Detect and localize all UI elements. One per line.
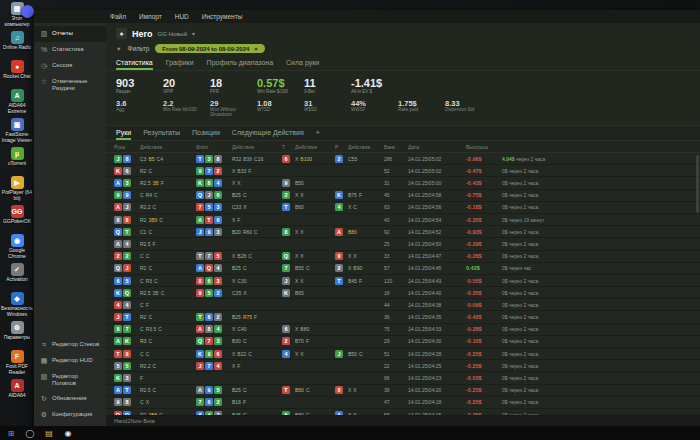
desktop-icon[interactable]: ▣FastStone Image Viewer (0, 118, 34, 147)
sidebar-item[interactable]: %Статистика (34, 42, 106, 58)
sidebar-item[interactable]: ☆Отмеченные Раздачи (34, 74, 106, 96)
desktop-icon[interactable]: ♫Online Radio (0, 31, 34, 60)
stack-bb: 36 (384, 314, 408, 320)
hand-row[interactable]: QJR2CAQ4B25C7B55C2XB905714.01.25/04:450.… (106, 263, 700, 275)
menu-item[interactable]: HUD (175, 13, 189, 20)
hand-row[interactable]: 22CCT75XB28CQXX9XX3314.01.25/04:47-0.26$… (106, 251, 700, 263)
hand-row[interactable]: 87CR3.5CA84XC406XB807514.01.25/04:33-0.2… (106, 324, 700, 336)
desktop-icon[interactable]: GGGGPokerOK (0, 205, 34, 234)
sidebar-item[interactable]: ⚙Конфигурация (34, 407, 106, 423)
sidebar-item[interactable]: ▥Отчеты (34, 26, 106, 42)
hand-row[interactable]: 44CF4414.01.25/04:38-0.09$0$ через 2 час… (106, 299, 700, 311)
hand-row[interactable]: QQR23B8C842B35C6B80CAXX5814.01.25/04:15-… (106, 409, 700, 415)
hand-row[interactable]: JTR2CT82B25R75F3614.01.25/04:35-0.42$0$ … (106, 311, 700, 323)
card: 8 (196, 277, 204, 285)
taskbar-explorer-button[interactable]: ▤ (43, 427, 55, 439)
hand-row[interactable]: K6R2C972XB33F5214.01.25/05:02-0.47$0$ че… (106, 165, 700, 177)
sidebar-item[interactable]: ◷Сессия (34, 58, 106, 74)
card: K (196, 179, 204, 187)
report-tab[interactable]: Следующие Действия (232, 129, 304, 140)
card: 2 (214, 167, 222, 175)
actions: XX (348, 412, 359, 415)
later-text: через 2 часа (508, 290, 539, 296)
action-token: X (295, 326, 298, 332)
desktop-icon[interactable]: ◉Google Chrome (0, 234, 34, 263)
sidebar-item[interactable]: ▦Редактор HUD (34, 353, 106, 369)
tab[interactable]: Статистика (116, 59, 153, 70)
desktop-icon[interactable]: ▶PotPlayer (64 bit) (0, 176, 34, 205)
hand-row[interactable]: J8C3B5C4T38R32B38C166XB1002C5528614.01.2… (106, 153, 700, 165)
hand-row[interactable]: T9CCK96XB22C4XXJB50C5114.01.25/04:28-0.2… (106, 348, 700, 360)
action-token: F (153, 241, 156, 247)
card: T (196, 155, 204, 163)
sidebar-item-label: Редактор Попапов (52, 373, 102, 387)
report-tab[interactable]: Результаты (143, 129, 180, 140)
card: J (196, 228, 204, 236)
scrollbar-thumb[interactable] (696, 155, 699, 213)
action-token: C (153, 363, 157, 369)
player-name[interactable]: Hero (132, 29, 153, 39)
hand-row[interactable]: AKR3CQ73B30C2B70F2914.01.25/04:30-0.10$0… (106, 336, 700, 348)
card: 8 (114, 325, 122, 333)
sidebar-item[interactable]: ≡Редактор Стеков (34, 337, 106, 353)
taskbar-browser-button[interactable]: ◉ (62, 427, 74, 439)
menu-item[interactable]: Файл (110, 13, 126, 20)
sidebar-bottom-group: ≡Редактор Стеков▦Редактор HUD▧Редактор П… (34, 337, 106, 426)
desktop-icon[interactable]: FFoxit PDF Reader (0, 350, 34, 379)
taskbar-start-button[interactable]: ⊞ (5, 427, 17, 439)
remove-filter-icon[interactable]: × (254, 46, 258, 52)
actions: XX (295, 192, 306, 198)
hand-row[interactable]: 88R23B9CAT6XF4014.01.25/04:54-0.35$0$ че… (106, 214, 700, 226)
hand-result: -0.42$ (466, 314, 502, 320)
discord-icon[interactable] (21, 5, 34, 18)
tab[interactable]: Сила руки (286, 59, 319, 70)
report-tab[interactable]: Позиции (192, 129, 220, 140)
desktop-icon[interactable]: AAIDA64 (0, 379, 34, 408)
action-token: R3 (140, 338, 146, 344)
report-tab[interactable]: + (316, 129, 320, 140)
desktop-icon[interactable]: ⚙Параметры (0, 321, 34, 350)
card: J (114, 313, 122, 321)
desktop-icon[interactable]: ◆Безопасность Windows (0, 292, 34, 321)
hand-result: -0.25$ (466, 351, 502, 357)
sidebar-item[interactable]: ▧Редактор Попапов (34, 369, 106, 391)
desktop-icon[interactable]: µuTorrent (0, 147, 34, 176)
hand-row[interactable]: A4R2.5F2514.01.25/04:50-0.29$0$ через 2 … (106, 238, 700, 250)
hand-result: -0.43$ (466, 180, 502, 186)
tab[interactable]: Профиль диапазона (207, 59, 273, 70)
menu-item[interactable]: Инструменты (202, 13, 243, 20)
hand-row[interactable]: 98CX762B18F4714.01.25/04:18-0.25$0$ чере… (106, 397, 700, 409)
hand-row[interactable]: KQR2.53BC952C35XKB651814.01.25/04:40-0.3… (106, 287, 700, 299)
sidebar-item[interactable]: ↻Обновления (34, 391, 106, 407)
later-result: 0$ через 2 часа (502, 314, 700, 320)
hand-row[interactable]: 65CR3C863XC30JXXTB45F12014.01.25/04:43-0… (106, 275, 700, 287)
hand-row[interactable]: A3R2.53BFK84XX9B503114.01.25/05:00-0.43$… (106, 177, 700, 189)
actions: XF (232, 217, 242, 223)
hand-date: 14.01.25/04:50 (408, 241, 466, 247)
stat-label: W$SD (304, 108, 346, 113)
desktop-icon[interactable]: AAIDA64 Extreme (0, 89, 34, 118)
stack-bb: 57 (384, 265, 408, 271)
hand-row[interactable]: ATR2.5CA95B25CTB60C8XX3814.01.25/04:20-0… (106, 385, 700, 397)
card: 6 (214, 350, 222, 358)
hand-row[interactable]: 55R2.2CJ74XF2214.01.25/04:25-0.25$0$ чер… (106, 360, 700, 372)
hand-date: 14.01.25/04:38 (408, 302, 466, 308)
tab[interactable]: Графики (166, 59, 194, 70)
card: 5 (123, 362, 131, 370)
report-tab[interactable]: Руки (116, 129, 131, 140)
hand-row[interactable]: K3F6614.01.25/04:23-0.03$0$ через 2 часа (106, 372, 700, 384)
hand-row[interactable]: AJR2.2C753C33XTB604XC6314.01.25/04:56-0.… (106, 202, 700, 214)
stack-bb: 25 (384, 241, 408, 247)
hand-row[interactable]: 99CR4CQJ6B25C2XXKB75F4514.01.25/04:58-0.… (106, 190, 700, 202)
desktop-icon[interactable]: ●Rocket.Chat (0, 60, 34, 89)
hand-row[interactable]: QTC1CJ93B20R60C8XXAB809214.01.25/04:52-0… (106, 226, 700, 238)
taskbar-search-button[interactable]: ◯ (24, 427, 36, 439)
hand-date: 14.01.25/04:43 (408, 278, 466, 284)
card: 7 (205, 337, 213, 345)
desktop-icon[interactable]: ✓Activation (0, 263, 34, 292)
menu-item[interactable]: Импорт (139, 13, 162, 20)
filter-label[interactable]: Фильтр (127, 45, 149, 52)
hand-date: 14.01.25/04:45 (408, 265, 466, 271)
date-range-filter[interactable]: From 08-09-2024 to 08-09-2024 × (155, 44, 265, 53)
chevron-down-icon[interactable]: ▾ (192, 30, 195, 37)
